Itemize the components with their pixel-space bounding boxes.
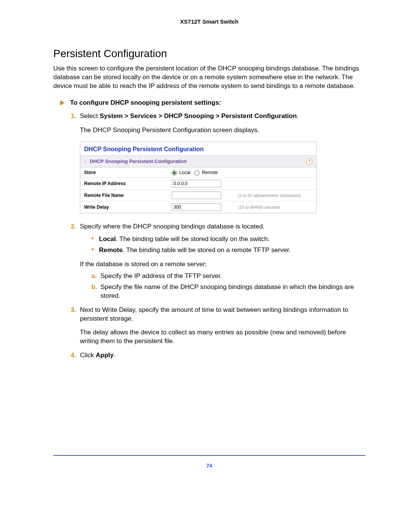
label-write-delay: Write Delay [80, 201, 168, 213]
bullet-remote: Remote. The binding table will be stored… [91, 246, 365, 255]
step-2-number: 2. [71, 222, 76, 231]
substep-a-text: Specify the IP address of the TFTP serve… [100, 272, 222, 280]
step-4-post: . [114, 351, 116, 359]
substep-b-label: b. [91, 283, 97, 292]
bullet-local-desc: . The binding table will be stored local… [116, 235, 269, 243]
panel-title-sub-text: DHCP Snooping Persistent Configuration [90, 158, 187, 164]
step-1-post: . [297, 112, 299, 120]
footer-divider [53, 455, 365, 456]
step-4-pre: Click [80, 351, 96, 359]
section-title: Persistent Configuration [53, 48, 365, 60]
step-1: 1. Select System > Services > DHCP Snoop… [71, 112, 365, 213]
section-intro: Use this screen to configure the persist… [53, 64, 365, 91]
label-remote-file: Remote File Name [80, 190, 168, 201]
bullet-local: Local. The binding table will be stored … [91, 235, 365, 244]
label-remote-ip: Remote IP Address [80, 178, 168, 190]
substep-b: b. Specify the file name of the DHCP sno… [91, 283, 365, 300]
row-write-delay: Write Delay (15 to 86400) seconds [80, 201, 316, 213]
label-store: Store [80, 168, 168, 178]
bullet-local-label: Local [99, 235, 116, 243]
row-remote-file: Remote File Name (1 to 32 alphanumeric c… [80, 190, 316, 201]
arrow-right-icon [60, 100, 65, 105]
panel-title-main: DHCP Snooping Persistent Configuration [80, 142, 316, 156]
bullet-remote-label: Remote [99, 246, 123, 254]
task-heading-text: To configure DHCP snooping persistent se… [70, 99, 221, 107]
step-3-number: 3. [71, 306, 76, 315]
step-3: 3. Next to Write Delay, specify the amou… [71, 306, 365, 346]
step-1-nav: System > Services > DHCP Snooping > Pers… [100, 112, 297, 120]
bullet-remote-desc: . The binding table will be stored on a … [123, 246, 290, 254]
input-remote-ip[interactable] [172, 180, 221, 187]
step-1-number: 1. [71, 112, 76, 121]
panel-title-sub: ∷ DHCP Snooping Persistent Configuration… [80, 155, 316, 168]
task-heading: To configure DHCP snooping persistent se… [60, 99, 365, 107]
step-3-text: Next to Write Delay, specify the amount … [80, 306, 348, 322]
step-1-pre: Select [80, 112, 100, 120]
radio-local-label: Local [179, 170, 190, 175]
page-header: XS712T Smart Switch [53, 18, 365, 25]
step-3-para: The delay allows the device to collect a… [80, 328, 365, 346]
step-4: 4. Click Apply. [71, 351, 365, 360]
config-panel: DHCP Snooping Persistent Configuration ∷… [80, 142, 317, 213]
config-form: Store Local Remote Remote IP Address [80, 168, 316, 213]
grip-icon: ∷ [84, 160, 86, 164]
substep-a: a. Specify the IP address of the TFTP se… [91, 272, 365, 281]
radio-remote[interactable] [194, 170, 199, 176]
input-write-delay[interactable] [172, 203, 221, 211]
page-number: 74 [53, 463, 365, 469]
step-4-number: 4. [71, 351, 76, 360]
step-2-text: Specify where the DHCP snooping bindings… [80, 223, 264, 230]
row-store: Store Local Remote [80, 168, 316, 178]
step-4-button-name: Apply [96, 351, 114, 359]
hint-write-delay: (15 to 86400) seconds [234, 201, 316, 213]
substep-a-label: a. [91, 272, 97, 281]
radio-local[interactable] [172, 170, 177, 176]
substep-b-text: Specify the file name of the DHCP snoopi… [100, 283, 354, 299]
hint-remote-file: (1 to 32 alphanumeric characters) [234, 190, 316, 201]
step-2-cond: If the database is stored on a remote se… [80, 260, 365, 269]
radio-remote-label: Remote [202, 170, 218, 175]
step-1-followup: The DHCP Snooping Persistent Configurati… [80, 126, 365, 135]
help-icon[interactable]: ? [306, 158, 312, 165]
input-remote-file[interactable] [172, 192, 221, 199]
step-2: 2. Specify where the DHCP snooping bindi… [71, 222, 365, 300]
row-remote-ip: Remote IP Address [80, 178, 316, 190]
